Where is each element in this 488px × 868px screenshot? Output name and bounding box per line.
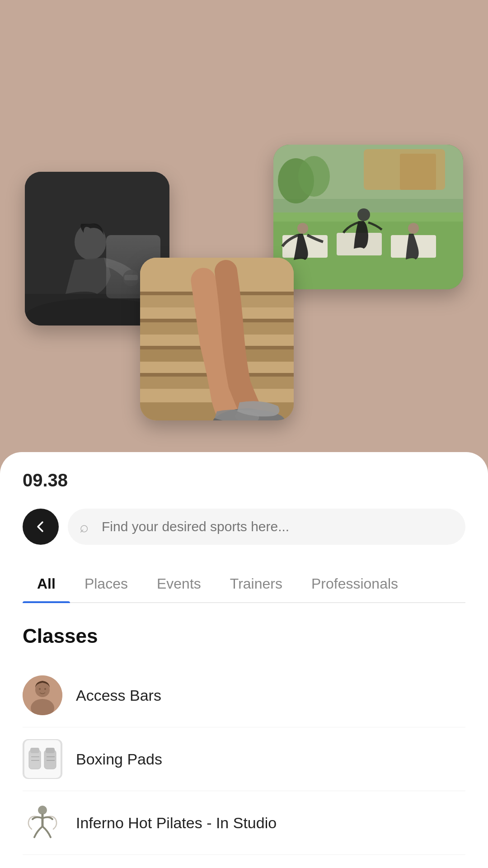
svg-point-18 — [357, 208, 370, 221]
stairs-svg — [140, 258, 294, 420]
back-button[interactable] — [23, 509, 59, 545]
tab-professionals[interactable]: Professionals — [297, 567, 413, 602]
svg-point-35 — [39, 688, 41, 690]
time-display: 09.38 — [23, 470, 465, 491]
tab-events[interactable]: Events — [142, 567, 216, 602]
person-avatar-svg — [23, 675, 62, 715]
svg-rect-38 — [30, 748, 39, 753]
boxing-icon-shape — [23, 739, 61, 779]
list-item[interactable]: Boxing Pads — [23, 727, 465, 791]
tab-trainers[interactable]: Trainers — [216, 567, 297, 602]
bottom-card: 09.38 ⌕ All Places Events Trainers Profe… — [0, 452, 488, 868]
stairs-image — [140, 258, 294, 420]
yoga-svg — [273, 145, 463, 289]
chevron-left-icon — [33, 519, 49, 535]
svg-point-45 — [38, 806, 47, 815]
svg-rect-40 — [46, 748, 55, 753]
svg-point-36 — [44, 688, 46, 690]
svg-point-33 — [35, 683, 50, 697]
tab-all[interactable]: All — [23, 567, 70, 602]
pilates-svg — [23, 803, 62, 843]
list-item[interactable]: Access Bars — [23, 664, 465, 727]
stairs-image-card — [140, 258, 294, 420]
list-item[interactable]: Inferno Hot Pilates - In Studio — [23, 791, 465, 855]
pilates-svg-wrapper — [23, 803, 62, 843]
classes-section-title: Classes — [23, 625, 465, 647]
yoga-image-card — [273, 145, 463, 289]
svg-point-11 — [298, 156, 330, 197]
access-bars-icon — [23, 675, 62, 715]
svg-point-4 — [123, 270, 139, 286]
tabs-row: All Places Events Trainers Professionals — [23, 567, 465, 603]
search-input[interactable] — [68, 509, 465, 545]
access-bars-label: Access Bars — [76, 687, 161, 704]
pilates-icon — [23, 803, 62, 843]
boxing-pads-icon — [23, 739, 62, 779]
search-bar-wrapper: ⌕ — [68, 509, 465, 545]
boxing-svg — [27, 743, 58, 775]
tab-places[interactable]: Places — [70, 567, 142, 602]
pilates-label: Inferno Hot Pilates - In Studio — [76, 814, 277, 832]
avatar — [23, 675, 62, 715]
class-list: Access Bars — [23, 664, 465, 855]
images-area — [0, 145, 488, 497]
search-row: ⌕ — [23, 509, 465, 545]
svg-point-17 — [297, 223, 308, 234]
boxing-pads-label: Boxing Pads — [76, 750, 162, 768]
svg-rect-9 — [400, 154, 436, 190]
svg-rect-5 — [124, 275, 138, 280]
yoga-image — [273, 145, 463, 289]
svg-point-19 — [408, 223, 419, 234]
page: Discover the sports you love or try out … — [0, 0, 488, 868]
